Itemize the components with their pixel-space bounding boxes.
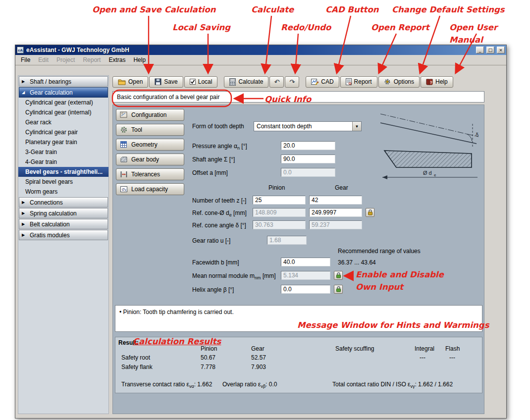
checkbox-checked-icon <box>190 79 196 85</box>
sidebar-section-connections[interactable]: ▶ Connections <box>19 197 108 208</box>
facewidth-label: Facewidth b [mm] <box>192 259 239 266</box>
redo-button[interactable]: ↷ <box>285 76 299 88</box>
sidebar-item-cylindrical-gear-internal[interactable]: Cylindrical gear (internal) <box>18 107 108 117</box>
sidebar-item-cylindrical-gear-pair[interactable]: Cylindrical gear pair <box>18 127 108 137</box>
chevron-down-icon[interactable]: ▼ <box>352 122 361 131</box>
sidebar-item-bevel-gears-straight-helical[interactable]: Bevel gears - straight/heli... <box>18 167 108 177</box>
helix-angle-lock-button[interactable] <box>334 285 343 294</box>
section-label: Connections <box>30 199 63 206</box>
tooth-depth-select[interactable]: Constant tooth depth ▼ <box>254 121 362 131</box>
undo-button[interactable]: ↶ <box>269 76 284 88</box>
annotation-quick-info: Quick Info <box>265 94 311 106</box>
chevron-right-icon: ▶ <box>22 211 27 215</box>
mean-module-lock-button[interactable] <box>334 271 343 280</box>
section-label: Shaft / bearings <box>30 78 71 85</box>
safety-flank-gear: 7.903 <box>251 364 266 370</box>
main-area: Open Save Local Calculate <box>112 75 484 414</box>
shaft-angle-input[interactable] <box>281 155 335 163</box>
minimize-button[interactable]: _ <box>476 47 484 53</box>
teeth-gear-input[interactable] <box>309 196 362 205</box>
local-checkbox-button[interactable]: Local <box>184 76 218 88</box>
sidebar-item-spiral-bevel-gears[interactable]: Spiral bevel gears <box>18 177 108 187</box>
tool-gear-icon <box>120 126 128 134</box>
button-label: CAD <box>321 78 333 85</box>
teeth-pinion-input[interactable] <box>253 196 306 205</box>
load-capacity-button[interactable]: σx Load capacity <box>116 183 184 195</box>
calculate-button[interactable]: Calculate <box>224 76 268 88</box>
page: eA eAssistant - GWJ Technology GmbH _ □ … <box>0 0 530 420</box>
tolerances-button[interactable]: Tolerances <box>116 168 184 180</box>
chevron-expanded-icon: ◢ <box>22 90 27 95</box>
sidebar-item-gear-rack[interactable]: Gear rack <box>18 117 108 127</box>
report-button[interactable]: Report <box>340 76 377 88</box>
app-logo-icon: eA <box>17 47 24 53</box>
button-label: Options <box>394 78 414 85</box>
configuration-button[interactable]: Configuration <box>116 109 184 121</box>
options-button[interactable]: Options <box>378 76 420 88</box>
menubar: File Edit Project Report Extras Help <box>15 55 506 65</box>
maximize-button[interactable]: □ <box>486 47 494 53</box>
menu-project: Project <box>53 55 79 65</box>
calculator-icon <box>229 78 236 86</box>
offset-input <box>281 168 335 177</box>
sidebar-item-planetary-gear-train[interactable]: Planetary gear train <box>18 137 108 147</box>
gear-ratio-label: Gear ratio u [-] <box>192 237 230 244</box>
annotation-enable-own-input: Enable and Disable Own Input <box>356 269 444 294</box>
sidebar: ▶ Shaft / bearings ◢ Gear calculation Cy… <box>18 75 109 414</box>
facewidth-input[interactable] <box>281 258 330 266</box>
work-area: Configuration Tool Geometry Gear body <box>112 105 484 414</box>
sigma-formula-icon: σx <box>120 185 128 193</box>
safety-root-gear: 52.57 <box>251 354 266 361</box>
item-label: Cylindrical gear (external) <box>25 99 93 106</box>
bevel-gear-diagram: δ Ø d e <box>379 111 484 185</box>
ref-cone-diameter-label: Ref. cone-Ø de [mm] <box>192 210 247 217</box>
open-button[interactable]: Open <box>112 76 148 88</box>
ref-cone-diameter-gear-input[interactable] <box>309 208 362 217</box>
help-button[interactable]: ? Help <box>421 76 453 88</box>
diameter-label: Ø d <box>423 170 432 176</box>
menu-file[interactable]: File <box>17 55 34 65</box>
titlebar[interactable]: eA eAssistant - GWJ Technology GmbH _ □ … <box>15 45 506 55</box>
sidebar-section-gratis-modules[interactable]: ▶ Gratis modules <box>19 230 108 240</box>
sidebar-section-spring-calculation[interactable]: ▶ Spring calculation <box>19 208 108 218</box>
sidebar-item-4-gear-train[interactable]: 4-Gear train <box>18 157 108 167</box>
item-label: Gear rack <box>25 119 52 126</box>
diameter-label-sub: e <box>434 173 436 177</box>
ref-cone-diameter-lock-button[interactable] <box>366 208 374 217</box>
geometry-button[interactable]: Geometry <box>116 139 184 151</box>
chevron-right-icon: ▶ <box>22 233 27 237</box>
button-label: Gear body <box>131 156 159 163</box>
sidebar-section-gear-calculation[interactable]: ◢ Gear calculation <box>19 87 108 98</box>
button-label: Tool <box>131 126 142 133</box>
sidebar-item-3-gear-train[interactable]: 3-Gear train <box>18 147 108 157</box>
delta-angle-label: δ <box>476 132 478 138</box>
report-document-icon <box>346 78 352 85</box>
helix-angle-input[interactable] <box>281 285 330 294</box>
button-label: Help <box>435 78 448 85</box>
lock-icon <box>336 272 341 278</box>
annotation-redo-undo: Redo/Undo <box>281 22 331 34</box>
menu-help[interactable]: Help <box>129 55 150 65</box>
cad-button[interactable]: CAD <box>306 76 339 88</box>
tool-button[interactable]: Tool <box>116 124 184 136</box>
save-button[interactable]: Save <box>149 76 183 88</box>
pressure-angle-input[interactable] <box>281 141 335 150</box>
gear-body-button[interactable]: Gear body <box>116 154 184 165</box>
sidebar-section-shaft-bearings[interactable]: ▶ Shaft / bearings <box>19 76 108 87</box>
cad-drawing-icon <box>311 78 318 85</box>
button-label: Local <box>198 78 212 85</box>
tolerance-caliper-icon <box>120 170 128 178</box>
annotation-cad-button: CAD Button <box>325 4 379 16</box>
menu-extras[interactable]: Extras <box>105 55 129 65</box>
chevron-right-icon: ▶ <box>22 79 27 84</box>
sidebar-section-belt-calculation[interactable]: ▶ Belt calculation <box>19 219 108 229</box>
sidebar-item-cylindrical-gear-external[interactable]: Cylindrical gear (external) <box>18 98 108 107</box>
help-book-icon: ? <box>426 78 433 85</box>
sidebar-filler <box>18 240 108 414</box>
item-label: Cylindrical gear pair <box>25 129 78 136</box>
scuffing-integral-value: --- <box>420 354 425 361</box>
sidebar-item-worm-gears[interactable]: Worm gears <box>18 187 108 197</box>
annotation-open-save: Open and Save Calculation <box>92 4 216 16</box>
save-floppy-icon <box>155 78 161 85</box>
close-button[interactable]: × <box>497 47 505 53</box>
